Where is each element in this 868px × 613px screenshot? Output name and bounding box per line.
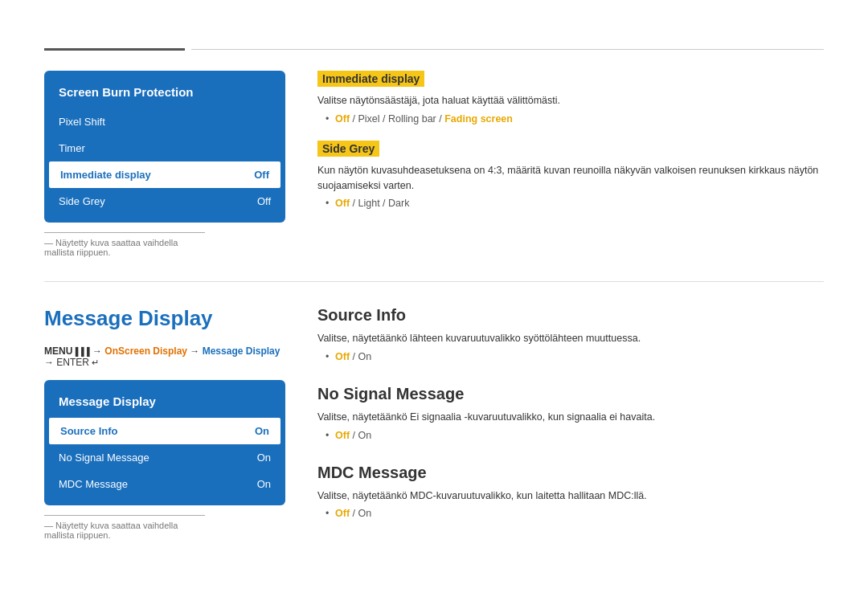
immediate-off-text: Off: [335, 113, 350, 125]
menu-item-no-signal[interactable]: No Signal Message On: [44, 444, 285, 471]
side-grey-off-text: Off: [335, 198, 350, 209]
menu-item-mdc-message[interactable]: MDC Message On: [44, 471, 285, 497]
menu-item-side-grey[interactable]: Side Grey Off: [44, 188, 285, 215]
breadcrumb-symbol: ▐▐▐: [72, 347, 89, 356]
source-info-title: Source Info: [317, 306, 824, 325]
lower-section: Message Display MENU▐▐▐ → OnScreen Displ…: [44, 306, 824, 541]
menu-item-timer[interactable]: Timer: [44, 135, 285, 161]
breadcrumb-arrow1: →: [92, 345, 104, 357]
side-grey-options-text: / Light / Dark: [353, 198, 410, 209]
immediate-display-bullets: Off / Pixel / Rolling bar / Fading scree…: [317, 113, 824, 125]
screen-burn-title: Screen Burn Protection: [44, 79, 285, 108]
message-display-menu-title: Message Display: [44, 388, 285, 418]
no-signal-section: No Signal Message Valitse, näytetäänkö E…: [317, 385, 824, 441]
menu-item-pixel-shift[interactable]: Pixel Shift: [44, 108, 285, 135]
upper-note-area: ― Näytetty kuva saattaa vaihdella mallis…: [44, 232, 205, 257]
no-signal-on: / On: [353, 430, 372, 441]
immediate-display-title: Immediate display: [317, 71, 424, 87]
source-info-label: Source Info: [60, 425, 118, 437]
message-display-menu: Message Display Source Info On No Signal…: [44, 380, 285, 505]
breadcrumb: MENU▐▐▐ → OnScreen Display → Message Dis…: [44, 345, 285, 368]
mdc-message-bullet: Off / On: [326, 508, 824, 519]
side-grey-title: Side Grey: [317, 141, 379, 157]
no-signal-bullets: Off / On: [317, 430, 824, 441]
no-signal-title: No Signal Message: [317, 385, 824, 403]
mdc-message-label: MDC Message: [59, 478, 128, 490]
breadcrumb-message-display: Message Display: [203, 345, 280, 357]
immediate-display-desc: Valitse näytönsäästäjä, jota haluat käyt…: [317, 93, 824, 108]
breadcrumb-enter-icon: ↵: [92, 358, 99, 367]
source-info-desc: Valitse, näytetäänkö lähteen kuvaruutuva…: [317, 331, 824, 346]
lower-note-text: ― Näytetty kuva saattaa vaihdella mallis…: [44, 521, 205, 540]
immediate-display-bullet: Off / Pixel / Rolling bar / Fading scree…: [326, 113, 824, 125]
screen-burn-left: Screen Burn Protection Pixel Shift Timer…: [44, 71, 285, 257]
immediate-options-text: / Pixel / Rolling bar /: [353, 113, 445, 125]
top-divider: [44, 48, 824, 51]
menu-item-immediate-display[interactable]: Immediate display Off: [49, 161, 280, 188]
source-info-off: Off: [335, 351, 350, 362]
side-grey-bullet: Off / Light / Dark: [326, 198, 824, 209]
timer-label: Timer: [59, 142, 85, 154]
no-signal-desc: Valitse, näytetäänkö Ei signaalia -kuvar…: [317, 410, 824, 425]
side-grey-value: Off: [257, 195, 271, 207]
pixel-shift-label: Pixel Shift: [59, 116, 105, 128]
message-display-heading: Message Display: [44, 306, 285, 331]
no-signal-off: Off: [335, 430, 350, 441]
breadcrumb-menu: MENU: [44, 345, 72, 357]
screen-burn-menu: Screen Burn Protection Pixel Shift Timer…: [44, 71, 285, 223]
screen-burn-right: Immediate display Valitse näytönsäästäjä…: [317, 71, 824, 257]
immediate-fading-text: Fading screen: [444, 113, 513, 125]
immediate-display-section: Immediate display Valitse näytönsäästäjä…: [317, 71, 824, 125]
source-info-section: Source Info Valitse, näytetäänkö lähteen…: [317, 306, 824, 362]
breadcrumb-onscreen: OnScreen Display: [104, 345, 187, 357]
divider-dark: [44, 48, 185, 51]
upper-note-text: ― Näytetty kuva saattaa vaihdella mallis…: [44, 238, 205, 257]
message-display-left: Message Display MENU▐▐▐ → OnScreen Displ…: [44, 306, 285, 541]
mdc-message-value: On: [257, 478, 271, 490]
breadcrumb-arrow3: → ENTER: [44, 357, 89, 368]
mdc-on: / On: [353, 508, 372, 519]
immediate-display-value: Off: [254, 169, 269, 181]
middle-divider: [44, 281, 824, 282]
mdc-off: Off: [335, 508, 350, 519]
mdc-message-bullets: Off / On: [317, 508, 824, 519]
side-grey-label: Side Grey: [59, 195, 105, 207]
side-grey-desc: Kun näytön kuvasuhdeasetuksena on 4:3, m…: [317, 163, 824, 194]
menu-item-source-info[interactable]: Source Info On: [49, 418, 280, 444]
source-info-bullets: Off / On: [317, 351, 824, 362]
no-signal-value: On: [257, 452, 271, 464]
mdc-message-desc: Valitse, näytetäänkö MDC-kuvaruutuvalikk…: [317, 488, 824, 504]
side-grey-section: Side Grey Kun näytön kuvasuhdeasetuksena…: [317, 141, 824, 210]
source-info-value: On: [255, 425, 269, 437]
mdc-message-title: MDC Message: [317, 464, 824, 482]
message-display-right: Source Info Valitse, näytetäänkö lähteen…: [317, 306, 824, 541]
mdc-message-section: MDC Message Valitse, näytetäänkö MDC-kuv…: [317, 464, 824, 520]
source-info-on: / On: [353, 351, 372, 362]
no-signal-label: No Signal Message: [59, 452, 149, 464]
divider-light: [191, 49, 824, 50]
breadcrumb-arrow2: →: [190, 345, 202, 357]
no-signal-bullet: Off / On: [326, 430, 824, 441]
upper-section: Screen Burn Protection Pixel Shift Timer…: [44, 71, 824, 257]
lower-note-area: ― Näytetty kuva saattaa vaihdella mallis…: [44, 515, 205, 540]
source-info-bullet: Off / On: [326, 351, 824, 362]
side-grey-bullets: Off / Light / Dark: [317, 198, 824, 209]
immediate-display-label: Immediate display: [60, 169, 151, 181]
